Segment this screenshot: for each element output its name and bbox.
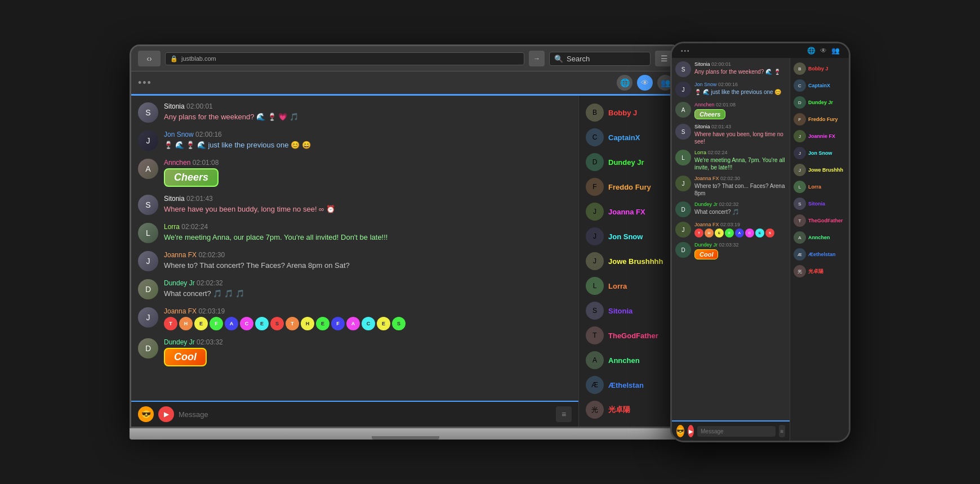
user-name: Dundey Jr [608, 158, 644, 167]
forward-button[interactable]: → [529, 51, 545, 66]
message-text: What concert? 🎵 [694, 208, 786, 216]
chat-area: S Sitonia 02:00:01 Any plans for the wee… [131, 96, 578, 427]
sender-name: Dundey Jr [164, 338, 195, 346]
message-time: 02:02:24 [181, 223, 208, 231]
list-item[interactable]: B Bobby J [790, 60, 849, 77]
list-item[interactable]: A Annchen [579, 348, 680, 373]
badge: T [286, 317, 299, 330]
message-time: 02:02:24 [708, 150, 728, 155]
list-item[interactable]: T TheGodFather [579, 323, 680, 348]
cheers-sticker: Cheers [164, 168, 219, 187]
search-placeholder: Search [567, 55, 590, 63]
phone-user-list: B Bobby J C CaptainX D Dundey Jr F Fredd… [790, 58, 849, 441]
message-content: Dundey Jr 02:03:32 Cool [694, 242, 786, 259]
avatar: J [675, 176, 691, 191]
sender-name: Sitonia [694, 61, 710, 67]
user-avatar: L [794, 181, 806, 193]
play-button[interactable]: ▶ [688, 425, 694, 437]
user-name: Joannie FX [808, 133, 835, 139]
message-content: Joanna FX 02:03:19 T H E F A C E S [694, 222, 786, 237]
back-button[interactable]: ‹› [138, 51, 161, 66]
list-item[interactable]: J Jon Snow [579, 224, 680, 249]
list-item[interactable]: J Joanna FX [579, 199, 680, 224]
list-item[interactable]: C CaptainX [579, 125, 680, 150]
list-item[interactable]: J Joannie FX [790, 128, 849, 145]
message-content: Sitonia 02:00:01 Any plans for the weeke… [694, 61, 786, 75]
list-item[interactable]: T TheGodFather [790, 212, 849, 229]
list-item[interactable]: Æ Æethelstan [790, 246, 849, 263]
table-row: S Sitonia 02:01:43 Where have you been b… [138, 195, 572, 215]
list-item[interactable]: 光 光卓陽 [790, 263, 849, 280]
message-text: Any plans for the weekend? 🌊 🍷 💗 🎵 [164, 112, 572, 122]
phone-device: ••• 🌐 👁 👥 S Sitonia 02:00:01 Any plans f… [670, 42, 850, 442]
user-avatar: F [794, 113, 806, 126]
message-time: 02:02:30 [198, 251, 225, 259]
message-text: 🍷 🌊 🍷 🌊 just like the previous one 😊 😄 [164, 140, 572, 150]
user-avatar: B [794, 62, 806, 75]
user-avatar: J [586, 203, 604, 221]
message-content: Sitonia 02:00:01 Any plans for the weeke… [164, 102, 572, 122]
lock-icon: 🔒 [170, 55, 178, 62]
globe-icon[interactable]: 🌐 [617, 75, 632, 91]
sender-name: Sitonia [694, 124, 710, 129]
dot-menu: ••• [138, 77, 152, 89]
list-item[interactable]: F Freddo Fury [579, 174, 680, 199]
user-name: Jowe Brushhhh [608, 257, 663, 266]
badge: E [377, 317, 390, 330]
sender-name: Joanna FX [694, 222, 719, 227]
avatar: S [138, 195, 158, 215]
list-item[interactable]: C CaptainX [790, 77, 849, 94]
message-input[interactable] [697, 426, 776, 437]
message-content: Lorra 02:02:24 We're meeting Anna, our p… [164, 223, 572, 243]
play-button[interactable]: ▶ [158, 406, 174, 422]
message-header: Sitonia 02:01:43 [164, 195, 572, 203]
user-avatar: L [586, 277, 604, 295]
laptop-device: ‹› 🔒 justblab.com → 🔍 Search ☰ ••• 🌐 👁 👥 [130, 44, 681, 440]
list-item[interactable]: L Lorra [790, 178, 849, 195]
message-time: 02:03:19 [720, 222, 740, 227]
list-item[interactable]: B Bobby J [579, 100, 680, 125]
table-row: D Dundey Jr 02:03:32 Cool [675, 242, 786, 259]
user-avatar: S [794, 198, 806, 210]
send-button[interactable]: ≡ [779, 425, 785, 437]
list-item[interactable]: F Freddo Fury [790, 111, 849, 128]
list-item[interactable]: J Jon Snow [790, 145, 849, 162]
message-text: Where have you been, long time no see! [694, 131, 786, 145]
list-item[interactable]: A Annchen [790, 229, 849, 246]
list-item[interactable]: S Sitonia [579, 298, 680, 323]
emoji-button[interactable]: 😎 [676, 425, 684, 437]
user-avatar: C [586, 128, 604, 146]
user-name: Jowe Brushhh [808, 167, 843, 173]
message-time: 02:02:32 [719, 201, 739, 207]
table-row: J Jon Snow 02:00:16 🍷 🌊 🍷 🌊 just like th… [138, 131, 572, 151]
message-text: Where have you been buddy, long time no … [164, 204, 572, 214]
list-item[interactable]: J Jowe Brushhh [790, 162, 849, 178]
message-header: Joanna FX 02:02:30 [694, 176, 786, 181]
message-content: Sitonia 02:01:43 Where have you been, lo… [694, 124, 786, 145]
list-item[interactable]: 光 光卓陽 [579, 397, 680, 422]
message-time: 02:01:43 [186, 195, 213, 203]
user-name: TheGodFather [808, 218, 843, 223]
list-item[interactable]: Æ Æthelstan [579, 373, 680, 397]
list-item[interactable]: L Lorra [579, 274, 680, 298]
list-item[interactable]: D Dundey Jr [579, 150, 680, 174]
user-avatar: A [586, 351, 604, 369]
list-item[interactable]: J Jowe Brushhhh [579, 249, 680, 274]
eye-icon[interactable]: 👁 [637, 75, 653, 91]
sender-name: Dundey Jr [694, 242, 718, 248]
badge: H [301, 317, 314, 330]
avatar: L [675, 150, 691, 165]
emoji-button[interactable]: 😎 [138, 406, 154, 422]
user-avatar: T [586, 326, 604, 344]
user-avatar: S [586, 302, 604, 320]
user-name: TheGodFather [608, 331, 658, 340]
list-item[interactable]: D Dundey Jr [790, 94, 849, 111]
faces-badges: T H E F A C E S [694, 228, 786, 237]
list-item[interactable]: S Sitonia [790, 195, 849, 212]
cheers-sticker: Cheers [694, 109, 725, 119]
table-row: A Annchen 02:01:08 Cheers [675, 102, 786, 119]
message-input[interactable] [179, 410, 551, 419]
send-button[interactable]: ≡ [556, 406, 572, 422]
message-time: 02:01:08 [716, 102, 736, 107]
table-row: D Dundey Jr 02:03:32 Cool [138, 338, 572, 366]
